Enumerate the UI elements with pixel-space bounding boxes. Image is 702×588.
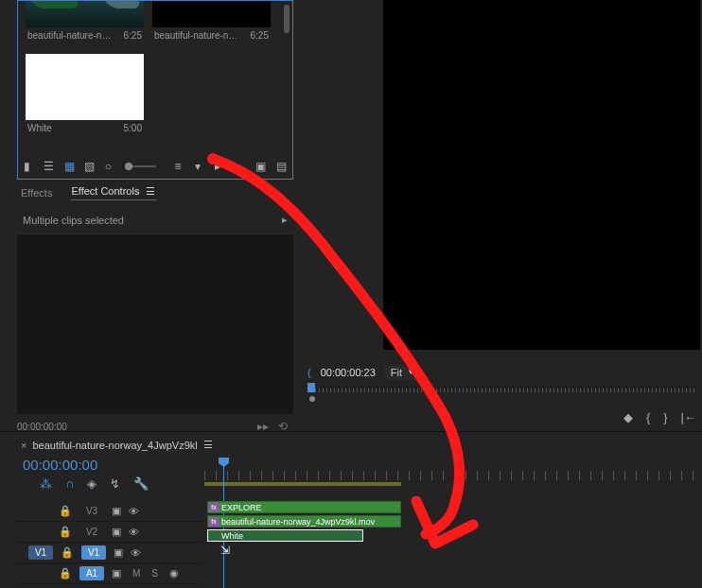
tab-effect-controls[interactable]: Effect Controls <box>71 185 156 200</box>
monitor-buttons: ◆ { } |← <box>623 410 696 424</box>
out-point-icon[interactable]: } <box>663 410 667 424</box>
program-monitor-view[interactable] <box>383 0 700 350</box>
sync-lock-icon[interactable]: ▣ <box>112 505 121 517</box>
clip-name: beautiful-nature-norw... <box>27 30 113 41</box>
lock-icon[interactable]: 🔒 <box>59 567 72 579</box>
sort-icon[interactable]: ≡ <box>175 160 185 173</box>
track-label[interactable]: V2 <box>79 525 104 539</box>
timeline-tools: ⁂ ∩ ◈ ↯ 🔧 <box>40 476 149 491</box>
track-label[interactable]: V3 <box>79 504 104 518</box>
solo-button[interactable]: S <box>151 568 158 579</box>
ruler-ticks <box>204 471 702 480</box>
chevron-right-icon[interactable]: ▸ <box>282 214 288 226</box>
writable-icon[interactable]: ▮ <box>24 160 34 173</box>
effects-tabs: Effects Effect Controls <box>17 180 293 206</box>
timeline-panel: × beautiful-nature-norway_4JwpVz9kl 00:0… <box>17 435 702 588</box>
zoom-level-dropdown[interactable]: Fit <box>385 365 417 380</box>
monitor-controls: { 00:00:00:23 Fit <box>307 364 478 381</box>
ruler-ticks <box>307 389 695 392</box>
playhead-timecode[interactable]: 00:00:00:23 <box>321 367 376 378</box>
panel-menu-icon[interactable] <box>203 439 215 451</box>
timeline-ruler[interactable] <box>204 458 702 490</box>
sync-lock-icon[interactable]: ▣ <box>112 567 121 579</box>
clip-thumb-explore[interactable]: EXPLORE beautiful-nature-norw... 6:25 <box>152 1 271 41</box>
work-area-bar[interactable] <box>204 482 401 486</box>
clip-duration: 6:25 <box>251 30 269 41</box>
clip-thumb-nature[interactable]: beautiful-nature-norw... 6:25 <box>26 1 144 41</box>
track-header-a1[interactable]: 🔒 A1 ▣ M S ◉ <box>17 563 202 584</box>
fx-badge[interactable]: fx <box>209 517 219 527</box>
playhead-tc-prefix: { <box>307 367 311 378</box>
insert-cursor-icon: ⇲ <box>220 544 230 557</box>
dropdown-icon[interactable]: ▾ <box>195 160 205 173</box>
tab-effects[interactable]: Effects <box>21 187 52 199</box>
sequence-tab[interactable]: × beautiful-nature-norway_4JwpVz9kl <box>17 435 702 455</box>
sync-lock-icon[interactable]: ▣ <box>112 526 121 538</box>
monitor-playhead[interactable] <box>307 383 315 392</box>
automate-icon[interactable]: ▸ <box>215 160 225 173</box>
new-item-icon[interactable]: ▤ <box>276 160 287 173</box>
marker-icon[interactable]: ◆ <box>623 410 633 424</box>
wrench-icon[interactable]: 🔧 <box>133 476 149 491</box>
close-tab-icon[interactable]: × <box>21 440 26 451</box>
eye-icon[interactable]: 👁 <box>131 547 141 559</box>
clip-label: White <box>221 531 243 541</box>
lock-icon[interactable]: 🔒 <box>61 546 74 559</box>
effects-panel: Effects Effect Controls Multiple clips s… <box>17 180 293 430</box>
zoom-slider-icon: ○ <box>105 160 115 173</box>
clip-duration: 6:25 <box>124 30 142 41</box>
new-bin-icon[interactable]: ▣ <box>255 160 266 173</box>
settings-icon[interactable]: ↯ <box>110 476 120 491</box>
panel-menu-icon[interactable] <box>146 185 157 198</box>
thumbnail-image <box>26 1 144 27</box>
marker-add-icon[interactable]: ◈ <box>87 476 97 491</box>
track-headers: 🔒 V3 ▣ 👁 🔒 V2 ▣ 👁 V1 🔒 V1 ▣ 👁 🔒 A1 ▣ M S… <box>17 501 202 584</box>
thumbnail-image <box>26 54 144 120</box>
thumbnail-image: EXPLORE <box>152 1 271 27</box>
project-panel: beautiful-nature-norw... 6:25 EXPLORE be… <box>17 0 293 180</box>
lock-icon[interactable]: 🔒 <box>59 505 72 517</box>
sync-lock-icon[interactable]: ▣ <box>114 546 123 559</box>
timeline-clip-white[interactable]: White <box>207 529 363 542</box>
monitor-time-ruler[interactable] <box>307 383 695 402</box>
track-target[interactable]: V1 <box>81 545 106 560</box>
track-header-v1[interactable]: V1 🔒 V1 ▣ 👁 <box>17 543 202 563</box>
scrollbar-thumb[interactable] <box>284 5 290 33</box>
eye-icon[interactable]: 👁 <box>129 506 139 517</box>
linked-selection-icon[interactable]: ∩ <box>65 476 74 491</box>
zoom-slider[interactable] <box>125 165 156 167</box>
list-view-icon[interactable]: ☰ <box>44 160 54 173</box>
clip-label: beautiful-nature-norway_4JwpVz9kl.mov <box>221 517 375 527</box>
program-monitor <box>307 0 700 359</box>
project-bin-area[interactable]: beautiful-nature-norw... 6:25 EXPLORE be… <box>18 1 292 152</box>
icon-view-icon[interactable]: ▦ <box>64 160 75 173</box>
clip-name: White <box>27 123 52 133</box>
effect-controls-body <box>17 234 293 414</box>
go-to-in-icon[interactable]: |← <box>681 410 696 424</box>
mute-button[interactable]: M <box>132 568 140 579</box>
snap-icon[interactable]: ⁂ <box>40 476 52 491</box>
lock-icon[interactable]: 🔒 <box>59 526 72 538</box>
track-target[interactable]: A1 <box>79 566 104 580</box>
selection-status: Multiple clips selected <box>23 215 124 226</box>
effect-controls-header: Multiple clips selected ▸ <box>17 206 293 234</box>
in-point-icon[interactable]: { <box>646 410 650 424</box>
clip-name: beautiful-nature-norw... <box>154 30 239 41</box>
fx-badge[interactable]: fx <box>209 503 219 512</box>
clip-thumb-white[interactable]: White 5:00 <box>26 54 144 133</box>
project-toolbar: ▮ ☰ ▦ ▧ ○ ≡ ▾ ▸ ⌕ ▣ ▤ <box>18 154 292 179</box>
eye-icon[interactable]: 👁 <box>129 527 139 538</box>
timeline-clip-explore[interactable]: fx EXPLORE <box>207 501 401 513</box>
clip-label: EXPLORE <box>221 503 262 512</box>
sequence-name: beautiful-nature-norway_4JwpVz9kl <box>32 440 197 451</box>
source-patch[interactable]: V1 <box>28 545 53 560</box>
timeline-clip-nature[interactable]: fx beautiful-nature-norway_4JwpVz9kl.mov <box>207 515 401 527</box>
freeform-view-icon[interactable]: ▧ <box>84 160 95 173</box>
voice-over-icon[interactable]: ◉ <box>169 567 179 579</box>
track-header-v2[interactable]: 🔒 V2 ▣ 👁 <box>17 522 202 543</box>
clip-duration: 5:00 <box>124 123 142 133</box>
panel-divider[interactable] <box>0 431 702 432</box>
track-header-v3[interactable]: 🔒 V3 ▣ 👁 <box>17 501 202 522</box>
zoom-handle[interactable] <box>309 396 315 402</box>
find-icon[interactable]: ⌕ <box>236 160 246 173</box>
